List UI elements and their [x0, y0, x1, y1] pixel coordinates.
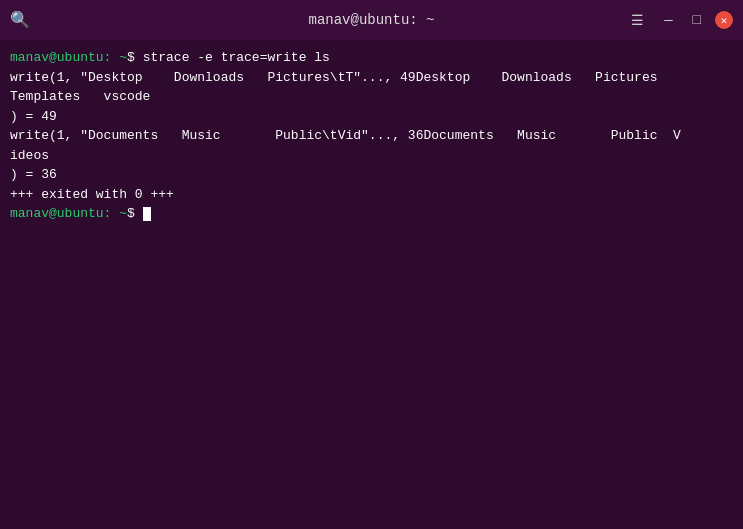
prompt-symbol: $ [127, 50, 135, 65]
final-prompt-line: manav@ubuntu: ~$ [10, 204, 733, 224]
minimize-button[interactable]: — [658, 10, 678, 30]
command-text: strace -e trace=write ls [135, 50, 330, 65]
title-bar-left: 🔍 [10, 10, 30, 30]
output-line-4: write(1, "Documents Music Public\tVid"..… [10, 126, 733, 146]
final-prompt-label: manav@ubuntu: ~ [10, 206, 127, 221]
title-bar-controls: ☰ — □ ✕ [625, 10, 733, 31]
output-line-7: +++ exited with 0 +++ [10, 185, 733, 205]
final-prompt-symbol: $ [127, 206, 143, 221]
prompt-label: manav@ubuntu: ~ [10, 50, 127, 65]
output-line-1: write(1, "Desktop Downloads Pictures\tT"… [10, 68, 733, 88]
terminal-window: 🔍 manav@ubuntu: ~ ☰ — □ ✕ manav@ubuntu: … [0, 0, 743, 529]
command-line-1: manav@ubuntu: ~$ strace -e trace=write l… [10, 48, 733, 68]
output-line-3: ) = 49 [10, 107, 733, 127]
output-line-2: Templates vscode [10, 87, 733, 107]
output-line-5: ideos [10, 146, 733, 166]
terminal-cursor [143, 207, 151, 221]
window-title: manav@ubuntu: ~ [308, 12, 434, 28]
terminal-body[interactable]: manav@ubuntu: ~$ strace -e trace=write l… [0, 40, 743, 529]
maximize-button[interactable]: □ [687, 10, 707, 30]
title-bar: 🔍 manav@ubuntu: ~ ☰ — □ ✕ [0, 0, 743, 40]
menu-icon[interactable]: ☰ [625, 10, 650, 31]
search-icon[interactable]: 🔍 [10, 10, 30, 30]
close-button[interactable]: ✕ [715, 11, 733, 29]
output-line-6: ) = 36 [10, 165, 733, 185]
